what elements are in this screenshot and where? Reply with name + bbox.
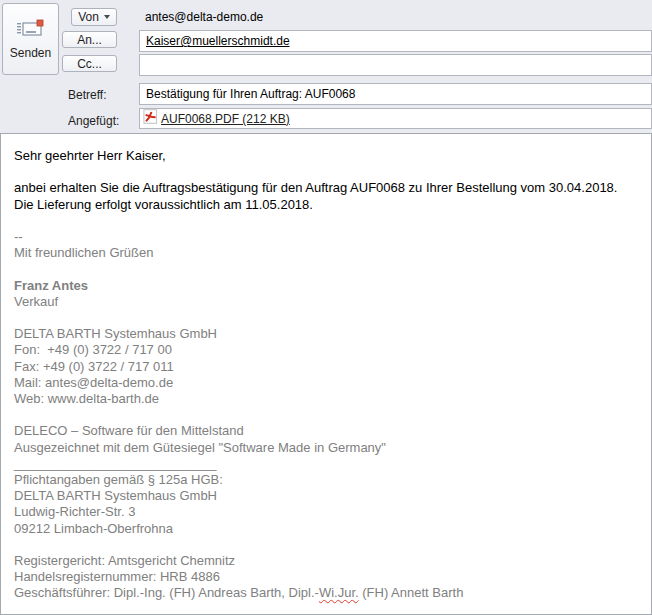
body-line xyxy=(14,261,647,277)
body-line: -- xyxy=(14,229,647,245)
body-line: anbei erhalten Sie die Auftragsbestätigu… xyxy=(14,180,647,196)
body-line: Geschäftsführer: Dipl.-Ing. (FH) Andreas… xyxy=(14,585,647,601)
body-line: Die Lieferung erfolgt voraussichtlich am… xyxy=(14,197,647,213)
send-envelope-icon xyxy=(16,19,46,42)
send-button-label: Senden xyxy=(10,46,51,60)
body-line: Handelsregisternummer: HRB 4886 xyxy=(14,569,647,585)
cc-button-label: Cc... xyxy=(77,57,102,71)
pdf-icon xyxy=(143,109,158,128)
attachment-field: AUF0068.PDF (212 KB) xyxy=(139,108,652,129)
body-line: Fon: +49 (0) 3722 / 717 00 xyxy=(14,342,647,358)
body-line: Web: www.delta-barth.de xyxy=(14,391,647,407)
body-line xyxy=(14,213,647,229)
body-line: DELECO – Software für den Mittelstand xyxy=(14,423,647,439)
from-button-label: Von xyxy=(78,10,99,24)
subject-input[interactable] xyxy=(139,83,652,105)
body-text-segment: Geschäftsführer: Dipl.-Ing. (FH) Andreas… xyxy=(14,585,319,600)
body-line: ____________________________ xyxy=(14,456,647,472)
body-line: Verkauf xyxy=(14,294,647,310)
body-line: 09212 Limbach-Oberfrohna xyxy=(14,521,647,537)
email-compose-window: Senden Von antes@delta-demo.de An... Cc.… xyxy=(0,0,652,615)
to-input[interactable] xyxy=(139,30,652,52)
body-line: Mit freundlichen Grüßen xyxy=(14,245,647,261)
body-line: Ludwig-Richter-Str. 3 xyxy=(14,504,647,520)
body-line: Sehr geehrter Herr Kaiser, xyxy=(14,148,647,164)
send-button[interactable]: Senden xyxy=(2,3,59,75)
body-line xyxy=(14,407,647,423)
from-button[interactable]: Von xyxy=(71,8,117,26)
email-body[interactable]: Sehr geehrter Herr Kaiser, anbei erhalte… xyxy=(0,133,652,615)
to-button[interactable]: An... xyxy=(62,31,117,48)
attachment-link[interactable]: AUF0068.PDF (212 KB) xyxy=(161,112,290,126)
body-line xyxy=(14,537,647,553)
chevron-down-icon xyxy=(104,15,110,19)
body-line: Mail: antes@delta-demo.de xyxy=(14,375,647,391)
body-line: DELTA BARTH Systemhaus GmbH xyxy=(14,326,647,342)
body-line: Fax: +49 (0) 3722 / 717 011 xyxy=(14,359,647,375)
body-line: Ausgezeichnet mit dem Gütesiegel "Softwa… xyxy=(14,440,647,456)
body-line: Pflichtangaben gemäß § 125a HGB: xyxy=(14,472,647,488)
cc-button[interactable]: Cc... xyxy=(62,55,117,72)
attachment-label: Angefügt: xyxy=(68,114,119,128)
to-button-label: An... xyxy=(77,33,102,47)
from-address: antes@delta-demo.de xyxy=(145,10,263,24)
cc-input[interactable] xyxy=(139,54,652,76)
misspelled-word: Wi.Jur. xyxy=(319,585,359,600)
body-line: DELTA BARTH Systemhaus GmbH xyxy=(14,488,647,504)
body-line: Franz Antes xyxy=(14,278,647,294)
compose-header: Senden Von antes@delta-demo.de An... Cc.… xyxy=(0,0,652,133)
body-line: Registergericht: Amtsgericht Chemnitz xyxy=(14,553,647,569)
body-line xyxy=(14,164,647,180)
subject-label: Betreff: xyxy=(68,88,106,102)
body-text-segment: (FH) Annett Barth xyxy=(359,585,464,600)
body-line xyxy=(14,310,647,326)
